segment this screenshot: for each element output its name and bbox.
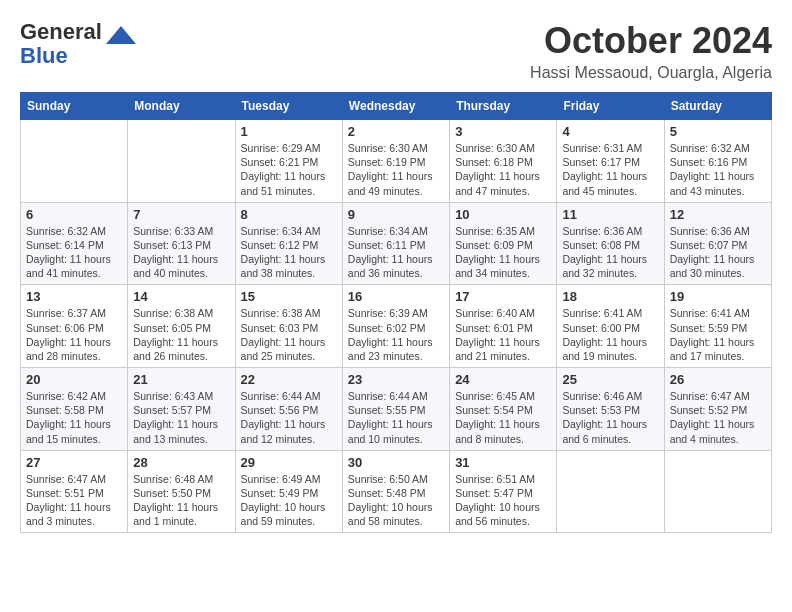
weekday-header: Wednesday [342, 93, 449, 120]
location: Hassi Messaoud, Ouargla, Algeria [530, 64, 772, 82]
weekday-header: Monday [128, 93, 235, 120]
calendar-cell: 12Sunrise: 6:36 AM Sunset: 6:07 PM Dayli… [664, 202, 771, 285]
weekday-header: Friday [557, 93, 664, 120]
day-info: Sunrise: 6:37 AM Sunset: 6:06 PM Dayligh… [26, 306, 122, 363]
day-number: 14 [133, 289, 229, 304]
calendar-cell [664, 450, 771, 533]
calendar-cell: 28Sunrise: 6:48 AM Sunset: 5:50 PM Dayli… [128, 450, 235, 533]
calendar-cell: 29Sunrise: 6:49 AM Sunset: 5:49 PM Dayli… [235, 450, 342, 533]
calendar-cell: 24Sunrise: 6:45 AM Sunset: 5:54 PM Dayli… [450, 368, 557, 451]
day-number: 29 [241, 455, 337, 470]
calendar-cell: 2Sunrise: 6:30 AM Sunset: 6:19 PM Daylig… [342, 120, 449, 203]
month-title: October 2024 [530, 20, 772, 62]
day-number: 17 [455, 289, 551, 304]
calendar-cell: 16Sunrise: 6:39 AM Sunset: 6:02 PM Dayli… [342, 285, 449, 368]
day-info: Sunrise: 6:32 AM Sunset: 6:16 PM Dayligh… [670, 141, 766, 198]
weekday-header: Saturday [664, 93, 771, 120]
logo-text: General Blue [20, 20, 102, 68]
calendar-cell: 13Sunrise: 6:37 AM Sunset: 6:06 PM Dayli… [21, 285, 128, 368]
day-number: 6 [26, 207, 122, 222]
day-number: 28 [133, 455, 229, 470]
day-number: 8 [241, 207, 337, 222]
day-number: 10 [455, 207, 551, 222]
calendar-table: SundayMondayTuesdayWednesdayThursdayFrid… [20, 92, 772, 533]
page-header: General Blue October 2024 Hassi Messaoud… [20, 20, 772, 82]
day-number: 19 [670, 289, 766, 304]
calendar-cell: 10Sunrise: 6:35 AM Sunset: 6:09 PM Dayli… [450, 202, 557, 285]
calendar-cell: 4Sunrise: 6:31 AM Sunset: 6:17 PM Daylig… [557, 120, 664, 203]
day-info: Sunrise: 6:38 AM Sunset: 6:05 PM Dayligh… [133, 306, 229, 363]
day-number: 16 [348, 289, 444, 304]
day-info: Sunrise: 6:34 AM Sunset: 6:11 PM Dayligh… [348, 224, 444, 281]
calendar-cell [557, 450, 664, 533]
day-info: Sunrise: 6:47 AM Sunset: 5:52 PM Dayligh… [670, 389, 766, 446]
day-info: Sunrise: 6:44 AM Sunset: 5:56 PM Dayligh… [241, 389, 337, 446]
day-info: Sunrise: 6:50 AM Sunset: 5:48 PM Dayligh… [348, 472, 444, 529]
day-info: Sunrise: 6:45 AM Sunset: 5:54 PM Dayligh… [455, 389, 551, 446]
day-info: Sunrise: 6:30 AM Sunset: 6:19 PM Dayligh… [348, 141, 444, 198]
svg-marker-0 [106, 26, 136, 44]
calendar-cell: 20Sunrise: 6:42 AM Sunset: 5:58 PM Dayli… [21, 368, 128, 451]
day-number: 18 [562, 289, 658, 304]
title-block: October 2024 Hassi Messaoud, Ouargla, Al… [530, 20, 772, 82]
calendar-week-row: 1Sunrise: 6:29 AM Sunset: 6:21 PM Daylig… [21, 120, 772, 203]
day-info: Sunrise: 6:43 AM Sunset: 5:57 PM Dayligh… [133, 389, 229, 446]
weekday-header: Tuesday [235, 93, 342, 120]
day-info: Sunrise: 6:36 AM Sunset: 6:08 PM Dayligh… [562, 224, 658, 281]
day-number: 22 [241, 372, 337, 387]
day-info: Sunrise: 6:41 AM Sunset: 5:59 PM Dayligh… [670, 306, 766, 363]
day-number: 26 [670, 372, 766, 387]
day-number: 13 [26, 289, 122, 304]
day-number: 7 [133, 207, 229, 222]
calendar-cell: 25Sunrise: 6:46 AM Sunset: 5:53 PM Dayli… [557, 368, 664, 451]
calendar-cell: 15Sunrise: 6:38 AM Sunset: 6:03 PM Dayli… [235, 285, 342, 368]
day-number: 2 [348, 124, 444, 139]
day-info: Sunrise: 6:30 AM Sunset: 6:18 PM Dayligh… [455, 141, 551, 198]
day-number: 11 [562, 207, 658, 222]
calendar-week-row: 27Sunrise: 6:47 AM Sunset: 5:51 PM Dayli… [21, 450, 772, 533]
calendar-cell: 19Sunrise: 6:41 AM Sunset: 5:59 PM Dayli… [664, 285, 771, 368]
calendar-cell: 5Sunrise: 6:32 AM Sunset: 6:16 PM Daylig… [664, 120, 771, 203]
calendar-cell: 21Sunrise: 6:43 AM Sunset: 5:57 PM Dayli… [128, 368, 235, 451]
calendar-cell: 9Sunrise: 6:34 AM Sunset: 6:11 PM Daylig… [342, 202, 449, 285]
weekday-header: Sunday [21, 93, 128, 120]
logo-icon [106, 26, 136, 44]
day-number: 5 [670, 124, 766, 139]
calendar-cell: 7Sunrise: 6:33 AM Sunset: 6:13 PM Daylig… [128, 202, 235, 285]
day-info: Sunrise: 6:44 AM Sunset: 5:55 PM Dayligh… [348, 389, 444, 446]
day-number: 12 [670, 207, 766, 222]
day-number: 21 [133, 372, 229, 387]
calendar-cell [128, 120, 235, 203]
day-info: Sunrise: 6:29 AM Sunset: 6:21 PM Dayligh… [241, 141, 337, 198]
day-info: Sunrise: 6:41 AM Sunset: 6:00 PM Dayligh… [562, 306, 658, 363]
calendar-cell: 14Sunrise: 6:38 AM Sunset: 6:05 PM Dayli… [128, 285, 235, 368]
day-info: Sunrise: 6:34 AM Sunset: 6:12 PM Dayligh… [241, 224, 337, 281]
day-number: 20 [26, 372, 122, 387]
calendar-cell: 3Sunrise: 6:30 AM Sunset: 6:18 PM Daylig… [450, 120, 557, 203]
day-info: Sunrise: 6:32 AM Sunset: 6:14 PM Dayligh… [26, 224, 122, 281]
calendar-cell: 11Sunrise: 6:36 AM Sunset: 6:08 PM Dayli… [557, 202, 664, 285]
calendar-cell: 1Sunrise: 6:29 AM Sunset: 6:21 PM Daylig… [235, 120, 342, 203]
day-number: 1 [241, 124, 337, 139]
calendar-cell: 23Sunrise: 6:44 AM Sunset: 5:55 PM Dayli… [342, 368, 449, 451]
day-info: Sunrise: 6:48 AM Sunset: 5:50 PM Dayligh… [133, 472, 229, 529]
calendar-cell: 26Sunrise: 6:47 AM Sunset: 5:52 PM Dayli… [664, 368, 771, 451]
calendar-cell: 31Sunrise: 6:51 AM Sunset: 5:47 PM Dayli… [450, 450, 557, 533]
weekday-header: Thursday [450, 93, 557, 120]
calendar-week-row: 13Sunrise: 6:37 AM Sunset: 6:06 PM Dayli… [21, 285, 772, 368]
day-info: Sunrise: 6:46 AM Sunset: 5:53 PM Dayligh… [562, 389, 658, 446]
calendar-cell: 8Sunrise: 6:34 AM Sunset: 6:12 PM Daylig… [235, 202, 342, 285]
day-info: Sunrise: 6:36 AM Sunset: 6:07 PM Dayligh… [670, 224, 766, 281]
day-number: 23 [348, 372, 444, 387]
day-info: Sunrise: 6:33 AM Sunset: 6:13 PM Dayligh… [133, 224, 229, 281]
calendar-week-row: 6Sunrise: 6:32 AM Sunset: 6:14 PM Daylig… [21, 202, 772, 285]
day-info: Sunrise: 6:40 AM Sunset: 6:01 PM Dayligh… [455, 306, 551, 363]
weekday-header-row: SundayMondayTuesdayWednesdayThursdayFrid… [21, 93, 772, 120]
day-number: 3 [455, 124, 551, 139]
calendar-cell: 27Sunrise: 6:47 AM Sunset: 5:51 PM Dayli… [21, 450, 128, 533]
calendar-week-row: 20Sunrise: 6:42 AM Sunset: 5:58 PM Dayli… [21, 368, 772, 451]
day-number: 25 [562, 372, 658, 387]
day-info: Sunrise: 6:38 AM Sunset: 6:03 PM Dayligh… [241, 306, 337, 363]
calendar-cell: 6Sunrise: 6:32 AM Sunset: 6:14 PM Daylig… [21, 202, 128, 285]
calendar-cell: 22Sunrise: 6:44 AM Sunset: 5:56 PM Dayli… [235, 368, 342, 451]
